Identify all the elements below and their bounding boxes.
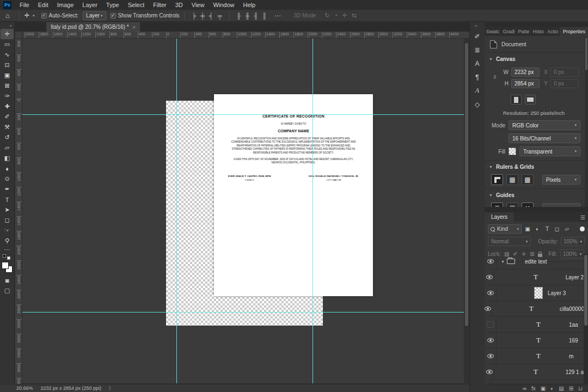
screen-mode-button[interactable]: ▢ <box>1 285 14 296</box>
layer-name[interactable]: Layer 2 <box>566 274 584 280</box>
layer-name[interactable]: Layer 3 <box>548 290 566 296</box>
tool-button[interactable]: ⊙ <box>1 174 14 184</box>
panel-tab[interactable]: Histo <box>531 27 546 36</box>
foreground-color-swatch[interactable] <box>2 262 9 269</box>
scrollbar-thumb[interactable] <box>584 255 587 326</box>
foreground-background-swatches[interactable] <box>2 262 13 273</box>
panel-tab[interactable]: Patte <box>517 27 531 36</box>
glyphs-panel-icon[interactable]: A <box>471 85 483 97</box>
panel-tab[interactable]: Gradi <box>501 27 517 36</box>
scrollbar-thumb[interactable] <box>465 43 468 326</box>
panel-tab[interactable]: Swatc <box>485 27 501 36</box>
tool-button[interactable]: T <box>1 194 14 205</box>
tool-button[interactable]: ▣ <box>1 70 14 81</box>
status-options-icon[interactable]: ⟩ <box>109 385 111 391</box>
layer-name[interactable]: edite text <box>525 259 547 265</box>
canvas-section-header[interactable]: ▼ Canvas <box>485 52 585 64</box>
properties-scrollbar[interactable] <box>585 36 588 207</box>
layers-scrollbar[interactable] <box>584 254 588 384</box>
auto-select-checkbox[interactable]: ✓ Auto-Select: <box>41 13 78 19</box>
layer-thumbnail[interactable] <box>534 287 543 299</box>
guide-vertical[interactable] <box>313 39 313 383</box>
color-mode-dropdown[interactable]: RGB Color ▾ <box>509 120 580 130</box>
checkbox-checked-icon[interactable]: ✓ <box>41 13 47 19</box>
align-icon[interactable]: ╡ <box>207 13 216 19</box>
landscape-orientation-button[interactable] <box>525 95 536 105</box>
expand-panels-icon[interactable]: « <box>470 22 485 29</box>
adjustment-layer-icon[interactable]: ◐ <box>550 385 554 392</box>
visibility-toggle[interactable] <box>485 254 497 269</box>
layer-row[interactable]: ▼ T Layer 3 <box>485 285 584 301</box>
tool-button[interactable]: ♦ <box>1 163 14 174</box>
distribute-icon[interactable]: ╫ <box>243 13 252 19</box>
new-group-icon[interactable]: ▤ <box>559 385 564 392</box>
layer-row[interactable]: ▼ T cilla0000000...<<<<<<<0 d <box>485 301 584 317</box>
vertical-ruler[interactable]: 8006004002000200400600800100012001400160… <box>15 39 22 384</box>
visibility-toggle[interactable] <box>485 301 492 316</box>
menu-item[interactable]: Layer <box>78 0 102 10</box>
default-colors-icon[interactable] <box>3 254 11 260</box>
toggle-grid-button[interactable]: ▦ <box>506 174 518 185</box>
width-field[interactable]: 2232 px <box>511 68 540 77</box>
ruler-origin-corner[interactable] <box>15 32 22 39</box>
guide-vertical[interactable] <box>176 39 177 383</box>
layer-mask-icon[interactable]: ▣ <box>541 385 546 392</box>
more-options-icon[interactable]: ⋯ <box>271 12 284 20</box>
layer-row[interactable]: ▼ T 1aa <box>485 317 584 333</box>
panel-menu-icon[interactable]: ☰ <box>578 215 588 222</box>
layer-name[interactable]: m <box>569 353 573 359</box>
paragraph-panel-icon[interactable]: ¶ <box>471 71 483 83</box>
tool-button[interactable]: ✛ <box>1 29 14 39</box>
tool-button[interactable]: ↺ <box>1 132 14 143</box>
menu-item[interactable]: 3D <box>171 0 187 10</box>
tab-layers[interactable]: Layers <box>485 212 514 222</box>
guide-horizontal[interactable] <box>22 312 464 313</box>
tool-button[interactable]: ☞ <box>1 225 14 236</box>
menu-item[interactable]: Filter <box>149 0 170 10</box>
fill-swatch[interactable] <box>509 148 516 155</box>
distribute-icon[interactable]: ╢ <box>252 13 260 19</box>
visibility-toggle[interactable] <box>485 333 497 348</box>
distribute-icon[interactable]: ║ <box>260 13 269 19</box>
tool-button[interactable]: ▭ <box>1 39 14 50</box>
layer-name[interactable]: cilla0000000...<<<<<<<0 d <box>560 306 584 312</box>
distribute-icon[interactable]: ╟ <box>235 13 243 19</box>
brush-settings-icon[interactable]: ✐ <box>471 30 483 42</box>
panel-tab[interactable]: Properties <box>560 27 588 36</box>
tool-button[interactable]: ➤ <box>1 205 14 215</box>
layer-name[interactable]: 169 <box>569 338 578 344</box>
visibility-toggle[interactable] <box>485 364 494 379</box>
visibility-toggle[interactable] <box>485 348 497 364</box>
align-icon[interactable]: ╞ <box>189 13 198 19</box>
checkbox-checked-icon[interactable]: ✓ <box>111 13 116 19</box>
rulers-grids-section-header[interactable]: ▼ Rulers & Grids <box>485 160 585 172</box>
zoom-level[interactable]: 20.66% <box>16 385 33 391</box>
menu-item[interactable]: Help <box>239 0 260 10</box>
close-icon[interactable]: × <box>133 24 136 30</box>
tool-button[interactable]: ✑ <box>1 91 14 101</box>
filter-shape-layers-icon[interactable]: ◻ <box>553 225 561 234</box>
ruler-units-dropdown[interactable]: Pixels ▾ <box>542 175 580 185</box>
3d-panel-icon[interactable]: ◇ <box>471 99 483 111</box>
visibility-toggle[interactable] <box>485 270 494 285</box>
tool-button[interactable]: ⊠ <box>1 81 14 91</box>
visibility-toggle[interactable] <box>485 380 492 384</box>
character-panel-icon[interactable]: A <box>471 58 483 70</box>
fill-dropdown[interactable]: Transparent ▾ <box>519 146 580 156</box>
filter-type-layers-icon[interactable]: T <box>543 225 552 234</box>
menu-item[interactable]: View <box>187 0 209 10</box>
lock-guides-button[interactable]: ⊞ <box>506 203 518 207</box>
tool-button[interactable]: ✚ <box>1 101 14 112</box>
scrollbar-thumb[interactable] <box>585 38 587 70</box>
move-tool-icon[interactable]: ✛ <box>24 12 29 19</box>
vertical-scrollbar[interactable] <box>464 39 469 383</box>
guides-section-header[interactable]: ▼ Guides <box>485 188 585 200</box>
menu-item[interactable]: Image <box>53 0 78 10</box>
layer-effects-icon[interactable]: fx <box>531 385 536 392</box>
height-field[interactable]: 2854 px <box>511 79 540 88</box>
menu-item[interactable]: File <box>15 0 34 10</box>
chevron-down-icon[interactable]: ▾ <box>33 14 35 18</box>
panel-tab[interactable]: Actio <box>546 27 560 36</box>
show-transform-checkbox[interactable]: ✓ Show Transform Controls <box>111 13 180 19</box>
align-icon[interactable]: ╪ <box>198 13 207 19</box>
